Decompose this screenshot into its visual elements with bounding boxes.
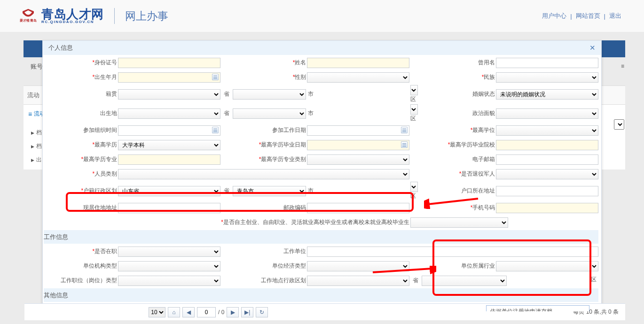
性别-select[interactable] bbox=[307, 72, 409, 83]
site-title: 青岛人才网 RC.QINGDAO.GOV.CN bbox=[41, 8, 104, 24]
身份证号-input[interactable] bbox=[118, 58, 220, 68]
单位机构类型-select[interactable] bbox=[118, 261, 220, 271]
page-total: / 0 bbox=[218, 309, 224, 316]
long-question-select[interactable] bbox=[410, 217, 508, 228]
籍贯-province-select[interactable] bbox=[118, 89, 220, 100]
参加工作日期-date-input[interactable] bbox=[307, 125, 409, 136]
户籍行政区划-district-select[interactable]: 市北区 bbox=[410, 182, 418, 192]
top-header: 爱才惟青岛 青岛人才网 RC.QINGDAO.GOV.CN 网上办事 用户中心 … bbox=[0, 0, 644, 32]
modal-body: *身份证号*姓名曾用名*出生年月*性别*民族籍贯 省 市 区婚姻状态未说明的婚姻… bbox=[43, 55, 601, 311]
close-icon[interactable]: ✕ bbox=[589, 44, 596, 52]
工作单位-input[interactable] bbox=[307, 247, 598, 257]
出生地-district-select[interactable] bbox=[410, 104, 418, 115]
出生年月-date-input[interactable] bbox=[118, 72, 220, 83]
政治面貌-select[interactable] bbox=[496, 108, 598, 119]
home-icon[interactable]: ⌂ bbox=[168, 307, 180, 317]
最高学历-select[interactable]: 大学本科 bbox=[118, 140, 220, 150]
是否退役军人-select[interactable] bbox=[496, 169, 598, 179]
calendar-icon[interactable] bbox=[401, 127, 408, 133]
modal-personal-info: 个人信息 ✕ *身份证号*姓名曾用名*出生年月*性别*民族籍贯 省 市 区婚姻状… bbox=[42, 40, 602, 312]
logo-emblem: 爱才惟青岛 bbox=[20, 8, 37, 24]
单位所属行业-select[interactable] bbox=[496, 261, 598, 271]
工作地点行政区划-city-select[interactable] bbox=[422, 276, 506, 286]
last-page-icon[interactable]: ▶| bbox=[241, 307, 253, 317]
最高学历专业类别-select[interactable] bbox=[307, 154, 409, 165]
logo-subtext: 爱才惟青岛 bbox=[20, 18, 37, 23]
section-work-header: 工作信息 bbox=[44, 230, 598, 244]
出生地-city-select[interactable] bbox=[233, 108, 306, 119]
电子邮箱-input[interactable] bbox=[496, 154, 598, 165]
header-actions: 用户中心 | 网站首页 | 退出 bbox=[542, 12, 621, 20]
logo-block: 爱才惟青岛 青岛人才网 RC.QINGDAO.GOV.CN 网上办事 bbox=[20, 8, 168, 24]
民族-select[interactable] bbox=[496, 72, 598, 83]
modal-title: 个人信息 bbox=[48, 44, 73, 52]
logout-link[interactable]: 退出 bbox=[609, 12, 621, 20]
邮政编码-input[interactable] bbox=[307, 203, 409, 213]
calendar-icon[interactable] bbox=[401, 141, 408, 148]
最高学历毕业日期-date-input[interactable] bbox=[307, 140, 409, 150]
dropdown-option[interactable]: 依据单位注册地申请存档 bbox=[487, 306, 589, 311]
单位经济类型-select[interactable] bbox=[307, 261, 409, 271]
title-separator bbox=[114, 8, 115, 24]
姓名-input[interactable] bbox=[307, 58, 409, 68]
backdrop-select[interactable] bbox=[614, 119, 624, 130]
最高学位-select[interactable] bbox=[496, 125, 598, 136]
曾用名-input[interactable] bbox=[496, 58, 598, 68]
工作职位（岗位）类型-select[interactable] bbox=[118, 276, 220, 286]
portal-title: 网上办事 bbox=[125, 9, 168, 23]
user-center-link[interactable]: 用户中心 bbox=[542, 12, 566, 20]
page-input[interactable] bbox=[197, 307, 216, 317]
modal-header: 个人信息 ✕ bbox=[43, 41, 601, 55]
现居住地地址-input[interactable] bbox=[118, 203, 220, 213]
calendar-icon[interactable] bbox=[212, 74, 219, 80]
prev-page-icon[interactable]: ◀ bbox=[182, 307, 195, 317]
pager: 10 ⌂ ◀ / 0 ▶ ▶| ↻ bbox=[149, 307, 268, 317]
link-separator: | bbox=[570, 13, 572, 20]
参加组织时间-date-input[interactable] bbox=[118, 125, 220, 136]
site-title-cn: 青岛人才网 bbox=[41, 8, 104, 20]
section-other-header: 其他信息 bbox=[44, 288, 598, 302]
refresh-icon[interactable]: ↻ bbox=[256, 307, 268, 317]
backdrop-right-edge: ≡ bbox=[612, 59, 626, 170]
是否在职-select[interactable] bbox=[118, 247, 220, 257]
籍贯-city-select[interactable] bbox=[233, 89, 306, 100]
form-table: *身份证号*姓名曾用名*出生年月*性别*民族籍贯 省 市 区婚姻状态未说明的婚姻… bbox=[43, 55, 599, 311]
户籍行政区划-city-select[interactable]: 青岛市 bbox=[233, 186, 306, 196]
手机号码-input[interactable] bbox=[496, 203, 598, 213]
calendar-icon[interactable] bbox=[212, 127, 219, 133]
next-page-icon[interactable]: ▶ bbox=[227, 307, 239, 317]
site-home-link[interactable]: 网站首页 bbox=[576, 12, 600, 20]
link-separator: | bbox=[604, 13, 605, 20]
工作地点行政区划-province-select[interactable] bbox=[307, 276, 409, 286]
籍贯-district-select[interactable] bbox=[410, 85, 418, 95]
最高学历专业-input[interactable] bbox=[118, 154, 220, 165]
出生地-province-select[interactable] bbox=[118, 108, 220, 119]
户口所在地址-input[interactable] bbox=[496, 186, 598, 196]
人员类别-select[interactable] bbox=[118, 169, 409, 179]
最高学历毕业院校-input[interactable] bbox=[496, 140, 598, 150]
long-question-label: 是否自主创业、自由职业、灵活就业高校毕业生或者离校未就业高校毕业生 bbox=[223, 219, 409, 225]
户籍行政区划-province-select[interactable]: 山东省 bbox=[118, 186, 220, 196]
archive-route-dropdown[interactable]: 依据单位注册地申请存档 依据个人户籍所在地申请存档 依据个人就业意向地存档 bbox=[486, 305, 589, 311]
page-size-select[interactable]: 10 bbox=[149, 307, 165, 317]
婚姻状态-select[interactable]: 未说明的婚姻状况 bbox=[496, 89, 598, 100]
